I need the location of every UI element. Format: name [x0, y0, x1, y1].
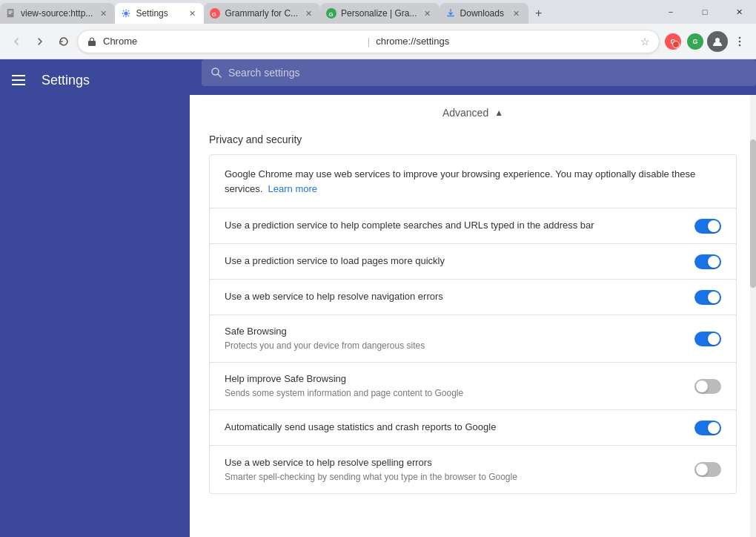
setting-row-navigation-errors: Use a web service to help resolve naviga… [210, 280, 736, 315]
url-browser-label: Chrome [103, 36, 362, 47]
tab-grammarly-label: Grammarly for C... [225, 8, 298, 19]
sidebar: Settings [0, 59, 190, 537]
svg-rect-9 [88, 41, 96, 46]
addressbar: Chrome | chrome://settings ☆ G G [0, 24, 756, 59]
url-address: chrome://settings [376, 36, 634, 47]
content-area[interactable]: Advanced ▲ Privacy and security Google C… [190, 95, 756, 537]
tab-settings[interactable]: Settings ✕ [115, 3, 204, 24]
personalize-icon: G [326, 8, 336, 19]
toggle-safe-browsing[interactable] [694, 332, 721, 346]
hamburger-line-1 [12, 75, 25, 76]
svg-rect-2 [9, 12, 13, 13]
forward-icon [34, 36, 46, 47]
privacy-section-title: Privacy and security [209, 128, 737, 154]
advanced-arrow-icon: ▲ [494, 108, 503, 118]
toggle-thumb [696, 464, 708, 475]
grammarly-ext-icon: G [665, 33, 681, 50]
tab-personalize[interactable]: G Personalize | Gra... ✕ [320, 3, 440, 24]
setting-row-prediction-search: Use a prediction service to help complet… [210, 208, 736, 244]
advanced-label: Advanced [442, 107, 488, 119]
setting-text-prediction-pages: Use a prediction service to load pages m… [225, 254, 683, 268]
svg-text:G: G [212, 11, 216, 18]
hamburger-line-2 [12, 79, 25, 81]
setting-text-improve-safe-browsing: Help improve Safe Browsing Sends some sy… [225, 372, 683, 400]
g-extension-button[interactable]: G [685, 31, 706, 52]
g-ext-icon: G [687, 33, 703, 50]
setting-main-prediction-pages: Use a prediction service to load pages m… [225, 254, 683, 268]
setting-row-improve-safe-browsing: Help improve Safe Browsing Sends some sy… [210, 363, 736, 410]
setting-row-usage-statistics: Automatically send usage statistics and … [210, 410, 736, 446]
setting-text-spelling-errors: Use a web service to help resolve spelli… [225, 456, 683, 484]
toggle-prediction-pages[interactable] [694, 254, 721, 269]
search-icon [210, 67, 222, 79]
setting-sub-improve-safe-browsing: Sends some system information and page c… [225, 387, 683, 400]
toggle-prediction-search[interactable] [694, 219, 721, 234]
svg-point-12 [739, 40, 741, 42]
scrollbar-thumb[interactable] [750, 139, 756, 288]
tab-downloads-label: Downloads [460, 8, 506, 19]
minimize-button[interactable]: − [654, 0, 688, 24]
main-layout: Settings Advanced ▲ Pri [0, 59, 756, 537]
tab-view-source-close[interactable]: ✕ [97, 7, 109, 19]
toggle-thumb [708, 256, 720, 268]
setting-main-usage-statistics: Automatically send usage statistics and … [225, 421, 683, 434]
toggle-improve-safe-browsing[interactable] [694, 379, 721, 394]
toggle-navigation-errors[interactable] [694, 290, 721, 305]
setting-main-prediction-search: Use a prediction service to help complet… [225, 219, 683, 232]
tab-personalize-close[interactable]: ✕ [422, 7, 434, 19]
chrome-menu-button[interactable] [729, 31, 750, 52]
svg-point-4 [125, 11, 128, 15]
tab-downloads-close[interactable]: ✕ [511, 7, 523, 19]
tabs-area: view-source:http... ✕ Settings ✕ G Gramm… [0, 0, 654, 24]
setting-text-navigation-errors: Use a web service to help resolve naviga… [225, 290, 683, 303]
titlebar: view-source:http... ✕ Settings ✕ G Gramm… [0, 0, 756, 24]
download-icon [445, 8, 456, 19]
window-controls: − □ ✕ [654, 0, 756, 24]
setting-text-safe-browsing: Safe Browsing Protects you and your devi… [225, 325, 683, 352]
toggle-usage-statistics[interactable] [694, 421, 721, 435]
tab-settings-label: Settings [136, 8, 182, 19]
setting-sub-safe-browsing: Protects you and your device from danger… [225, 340, 683, 352]
hamburger-button[interactable] [12, 71, 30, 89]
search-input[interactable] [228, 67, 747, 79]
svg-rect-0 [7, 9, 14, 17]
advanced-section[interactable]: Advanced ▲ [209, 95, 737, 128]
sidebar-title: Settings [42, 73, 90, 88]
menu-dots-icon [734, 36, 746, 47]
tab-downloads[interactable]: Downloads ✕ [440, 3, 528, 24]
setting-text-usage-statistics: Automatically send usage statistics and … [225, 421, 683, 434]
scrollbar-track[interactable] [750, 95, 756, 537]
toggle-thumb [708, 422, 720, 434]
setting-sub-spelling-errors: Smarter spell-checking by sending what y… [225, 471, 683, 484]
bookmark-star-icon[interactable]: ☆ [640, 36, 650, 47]
setting-row-spelling-errors: Use a web service to help resolve spelli… [210, 446, 736, 493]
new-tab-button[interactable]: + [528, 3, 549, 24]
toggle-thumb [696, 380, 708, 392]
toggle-spelling-errors[interactable] [694, 462, 721, 477]
reload-icon [58, 36, 70, 47]
tab-view-source[interactable]: view-source:http... ✕ [0, 3, 115, 24]
maximize-button[interactable]: □ [688, 0, 722, 24]
content-wrapper: Advanced ▲ Privacy and security Google C… [190, 59, 756, 537]
forward-button[interactable] [30, 31, 50, 52]
tab-grammarly-close[interactable]: ✕ [302, 7, 314, 19]
grammarly-extension-button[interactable]: G [663, 31, 683, 52]
back-button[interactable] [6, 31, 27, 52]
profile-button[interactable] [707, 31, 728, 52]
setting-text-prediction-search: Use a prediction service to help complet… [225, 219, 683, 232]
toggle-thumb [708, 220, 720, 232]
learn-more-link[interactable]: Learn more [268, 183, 317, 194]
search-input-container[interactable] [202, 59, 756, 86]
reload-button[interactable] [53, 31, 74, 52]
setting-main-navigation-errors: Use a web service to help resolve naviga… [225, 290, 683, 303]
setting-main-spelling-errors: Use a web service to help resolve spelli… [225, 456, 683, 470]
tab-settings-close[interactable]: ✕ [186, 7, 198, 19]
close-button[interactable]: ✕ [722, 0, 756, 24]
setting-row-prediction-pages: Use a prediction service to load pages m… [210, 244, 736, 280]
grammarly-icon: G [210, 8, 220, 19]
url-separator: | [368, 36, 370, 47]
toggle-thumb [708, 291, 720, 303]
sidebar-header: Settings [0, 59, 190, 101]
url-bar[interactable]: Chrome | chrome://settings ☆ [77, 30, 660, 53]
tab-grammarly[interactable]: G Grammarly for C... ✕ [204, 3, 320, 24]
